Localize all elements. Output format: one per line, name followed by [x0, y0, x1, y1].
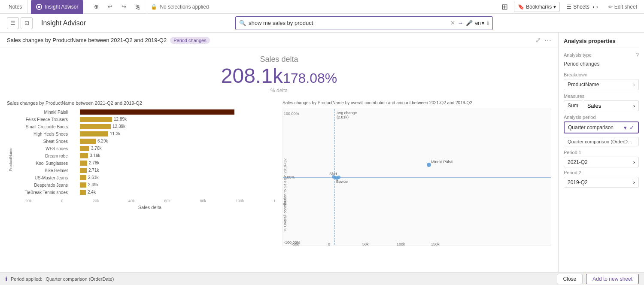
search-input[interactable]	[249, 20, 450, 26]
period1-selector[interactable]: 2021-Q2 ›	[564, 157, 639, 167]
magnify-icon[interactable]: ⊕	[90, 1, 102, 13]
measures-row: Sum Sales ›	[564, 100, 639, 111]
svg-text:Skirt: Skirt	[329, 172, 337, 176]
notes-tab[interactable]: Notes	[3, 0, 27, 14]
bar-value-10: 2.49k	[88, 182, 98, 187]
tick-6: 100k	[236, 199, 244, 203]
period-select[interactable]: Quarter comparison ▾ ✓	[564, 121, 639, 133]
analysis-properties-title: Analysis properties	[564, 38, 639, 44]
mic-icon[interactable]: 🎤	[466, 20, 473, 26]
bar-y-axis: ProductName	[7, 109, 15, 210]
tick-4: 60k	[164, 199, 170, 203]
bar-row-minnki: Minnki Pälsii	[15, 109, 276, 115]
lock-icon: 🔒	[151, 4, 157, 10]
delta-pct: 178.08%	[283, 70, 337, 86]
bottom-bar-actions: Close Add to new sheet	[557, 274, 639, 284]
delta-sub: % delta	[0, 88, 558, 94]
bar-value-6: 3.16k	[90, 153, 100, 158]
toolbar-icons: ⊕ ↩ ↪ ⧎	[90, 1, 143, 13]
language-selector[interactable]: en ▾	[475, 20, 484, 26]
measures-sum: Sum	[564, 100, 582, 111]
expand-icon[interactable]: ⤢	[535, 36, 541, 44]
bookmarks-button[interactable]: 🔖 Bookmarks ▾	[514, 2, 560, 12]
bar-1	[80, 117, 112, 122]
close-button[interactable]: Close	[557, 274, 583, 284]
svg-text:150k: 150k	[431, 242, 440, 246]
add-to-sheet-button[interactable]: Add to new sheet	[586, 274, 639, 284]
svg-text:100.00%: 100.00%	[284, 112, 299, 116]
analysis-type-label: Analysis type	[564, 52, 592, 58]
svg-text:100k: 100k	[397, 242, 405, 246]
clear-icon[interactable]: ✕	[450, 20, 455, 26]
more-icon[interactable]: ⋯	[544, 36, 551, 44]
bottom-bar: ℹ Period applied: Quarter comparison (Or…	[0, 272, 644, 285]
undo-icon[interactable]: ↩	[104, 1, 116, 13]
scatter-chart-section: Sales changes by ProductName by overall …	[279, 97, 558, 269]
edit-sheet-button[interactable]: ✏ Edit sheet	[605, 2, 641, 12]
filter-icon[interactable]: ⧎	[131, 1, 143, 13]
bar-value-5: 3.76k	[91, 146, 101, 151]
insight-tab-label: Insight Advisor	[45, 4, 78, 10]
bar-chart-inner: ProductName Minnki Pälsii Feiss Fleece T…	[7, 109, 276, 210]
avg-change-sub: (2.81k)	[337, 115, 349, 119]
bar-row-dream: Dream robe 3.16k	[15, 153, 276, 159]
search-submit-icon[interactable]: →	[458, 20, 463, 26]
panel-toggle: ☰ ⊡	[7, 17, 33, 29]
search-box: 🔍 ✕ → 🎤 en ▾ ℹ	[235, 16, 493, 30]
breakdown-selector[interactable]: ProductName ›	[564, 79, 639, 90]
bar-0	[80, 109, 234, 115]
bar-row-feiss: Feiss Fleece Trousers 12.89k	[15, 116, 276, 122]
bar-7	[80, 161, 87, 166]
bar-label-4: Sheat Shoes	[15, 139, 70, 144]
bar-8	[80, 168, 87, 173]
bar-row-small: Small Crocodile Boots 12.39k	[15, 124, 276, 130]
svg-text:% Overall contribution to Sale: % Overall contribution to Sales in 2019-…	[283, 158, 287, 231]
charts-row: Sales changes by ProductName between 202…	[0, 97, 558, 272]
insight-advisor-tab[interactable]: Insight Advisor	[31, 0, 83, 14]
sheets-prev[interactable]: ‹	[593, 4, 595, 10]
period1-chevron: ›	[633, 159, 635, 165]
sheets-next[interactable]: ›	[596, 4, 598, 10]
grid-icon[interactable]: ⊞	[498, 1, 510, 13]
panel-right-toggle[interactable]: ⊡	[21, 17, 33, 29]
bar-label-8: Bike Helmet	[15, 168, 70, 173]
period1-value: 2021-Q2	[568, 159, 588, 165]
analysis-type-help-icon[interactable]: ?	[635, 52, 639, 58]
sheets-button[interactable]: ☰ Sheets ‹ ›	[563, 2, 601, 12]
bookmarks-label: Bookmarks	[526, 4, 552, 10]
top-bar: Notes Insight Advisor ⊕ ↩ ↪ ⧎ 🔒 No selec…	[0, 0, 644, 14]
measures-sales-selector[interactable]: Sales ›	[584, 100, 639, 111]
redo-icon[interactable]: ↪	[118, 1, 130, 13]
period-applied-value: Quarter comparison (OrderDate)	[46, 276, 114, 282]
bar-2	[80, 124, 111, 129]
chart-area: Sales changes by ProductName between 202…	[0, 33, 558, 272]
chart-title: Sales changes by ProductName between 202…	[7, 37, 167, 43]
info-icon[interactable]: ℹ	[487, 20, 489, 26]
bar-value-4: 6.29k	[97, 139, 108, 143]
bar-row-tiebreak: TieBreak Tennis shoes 2.4k	[15, 189, 276, 195]
bar-label-0: Minnki Pälsii	[15, 110, 70, 115]
bar-4	[80, 139, 96, 144]
svg-text:50k: 50k	[362, 242, 369, 246]
tick-1: 0	[61, 199, 63, 203]
chart-header: Sales changes by ProductName between 202…	[0, 33, 558, 48]
breakdown-chevron: ›	[633, 81, 635, 88]
bar-label-6: Dream robe	[15, 154, 70, 158]
bar-value-8: 2.71k	[88, 168, 99, 173]
period2-selector[interactable]: 2019-Q2 ›	[564, 177, 639, 188]
bar-x-label: Sales delta	[24, 205, 276, 210]
breakdown-value: ProductName	[568, 82, 599, 88]
panel-left-toggle[interactable]: ☰	[7, 17, 19, 29]
bar-chart-section: Sales changes by ProductName between 202…	[0, 97, 279, 269]
svg-text:0: 0	[328, 242, 330, 246]
bar-5	[80, 146, 89, 151]
dot-bowtie	[337, 176, 340, 179]
lang-chevron: ▾	[482, 20, 484, 26]
period2-label: Period 2:	[564, 170, 639, 175]
bar-value-3: 11.3k	[110, 131, 120, 136]
delta-section: Sales delta 208.1k178.08% % delta	[0, 48, 558, 97]
bar-label-2: Small Crocodile Boots	[15, 124, 70, 129]
search-tools: ✕ → 🎤 en ▾ ℹ	[450, 20, 489, 26]
bar-row-bike: Bike Helmet 2.71k	[15, 167, 276, 173]
bar-value-1: 12.89k	[114, 117, 127, 121]
